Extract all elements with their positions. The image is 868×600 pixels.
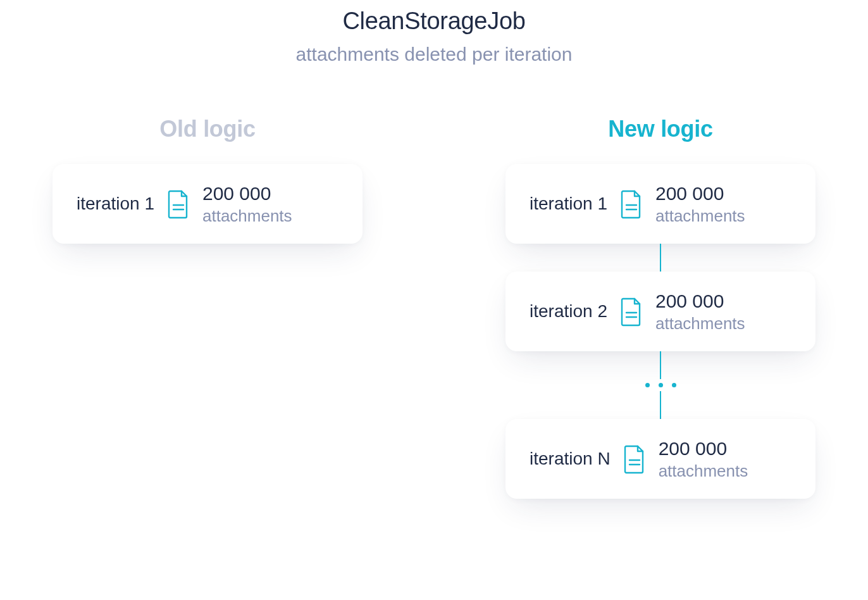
- value-number: 200 000: [655, 182, 745, 206]
- value-number: 200 000: [659, 437, 748, 461]
- value-block: 200 000 attachments: [202, 182, 292, 226]
- old-logic-title: Old logic: [159, 116, 255, 142]
- diagram-header: CleanStorageJob attachments deleted per …: [0, 0, 868, 65]
- value-block: 200 000 attachments: [659, 437, 748, 481]
- value-number: 200 000: [655, 289, 745, 313]
- document-icon: [622, 444, 647, 474]
- connector-line: [660, 244, 661, 272]
- ellipsis-icon: [645, 383, 676, 387]
- document-icon: [166, 189, 191, 219]
- iteration-card: iteration N 200 000 attachments: [505, 419, 815, 499]
- connector-line: [660, 391, 661, 419]
- iteration-label: iteration 2: [530, 301, 607, 322]
- document-icon: [619, 296, 644, 327]
- iteration-card: iteration 1 200 000 attachments: [505, 164, 815, 244]
- iteration-label: iteration N: [530, 449, 611, 469]
- value-block: 200 000 attachments: [655, 182, 745, 226]
- iteration-label: iteration 1: [530, 194, 607, 214]
- iteration-label: iteration 1: [77, 194, 154, 214]
- value-unit: attachments: [655, 313, 745, 334]
- diagram-title: CleanStorageJob: [0, 8, 868, 35]
- columns-container: Old logic iteration 1 200 000 attachment…: [0, 65, 868, 499]
- value-unit: attachments: [202, 206, 292, 227]
- value-number: 200 000: [202, 182, 292, 206]
- value-unit: attachments: [655, 206, 745, 227]
- new-logic-column: New logic iteration 1 200 000 attachment…: [483, 116, 838, 499]
- iteration-card: iteration 1 200 000 attachments: [53, 164, 363, 244]
- connector-line: [660, 351, 661, 379]
- document-icon: [619, 189, 644, 219]
- new-logic-title: New logic: [608, 116, 712, 142]
- diagram-subtitle: attachments deleted per iteration: [0, 44, 868, 65]
- iteration-card: iteration 2 200 000 attachments: [505, 272, 815, 351]
- value-unit: attachments: [659, 461, 748, 482]
- old-logic-column: Old logic iteration 1 200 000 attachment…: [30, 116, 385, 499]
- value-block: 200 000 attachments: [655, 289, 745, 334]
